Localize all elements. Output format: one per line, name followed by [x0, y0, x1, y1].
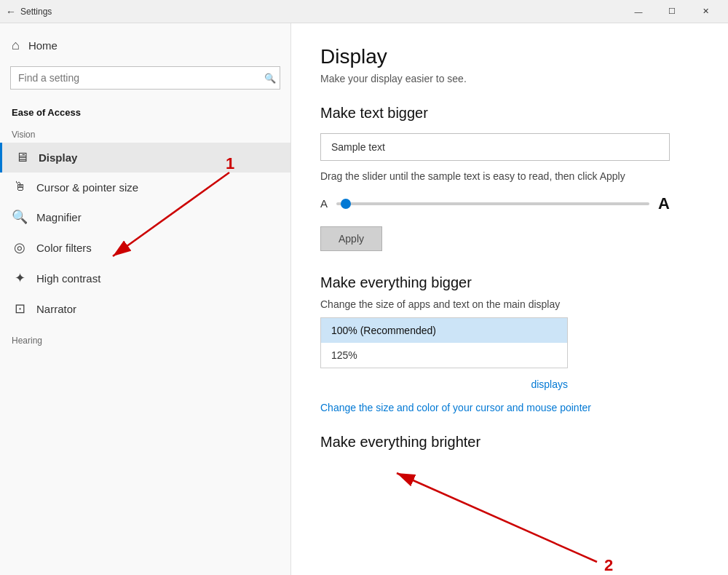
titlebar: ← Settings — ☐ ✕ — [0, 0, 728, 23]
sidebar-item-narrator[interactable]: ⊡ Narrator — [0, 293, 290, 324]
sidebar-color-filters-label: Color filters — [36, 242, 92, 254]
sidebar-item-display[interactable]: 🖥 Display — [0, 143, 290, 172]
change-desc: Change the size of apps and text on the … — [320, 298, 699, 310]
ease-of-access-label: Ease of Access — [0, 100, 290, 122]
close-button[interactable]: ✕ — [689, 0, 722, 23]
page-subtitle: Make your display easier to see. — [320, 73, 699, 84]
sidebar-item-color-filters[interactable]: ◎ Color filters — [0, 232, 290, 263]
sidebar-item-home[interactable]: ⌂ Home — [0, 31, 290, 60]
make-everything-bigger-heading: Make everything bigger — [320, 274, 699, 291]
hearing-label: Hearing — [0, 324, 290, 349]
search-box: 🔍 — [10, 66, 280, 90]
home-icon: ⌂ — [12, 38, 20, 53]
slider-max-label: A — [658, 194, 670, 213]
cursor-size-link[interactable]: Change the size and color of your cursor… — [320, 402, 677, 413]
titlebar-title: Settings — [20, 7, 622, 17]
restore-button[interactable]: ☐ — [655, 0, 689, 23]
slider-min-label: A — [320, 197, 328, 210]
titlebar-controls: — ☐ ✕ — [622, 0, 722, 23]
search-icon[interactable]: 🔍 — [264, 73, 276, 84]
slider-thumb[interactable] — [341, 199, 351, 209]
sidebar-item-cursor[interactable]: 🖱 Cursor & pointer size — [0, 172, 290, 202]
size-option-100[interactable]: 100% (Recommended) — [321, 318, 567, 343]
sidebar-high-contrast-label: High contrast — [36, 272, 100, 285]
sidebar: ⌂ Home 🔍 Ease of Access Vision 🖥 Display… — [0, 23, 291, 575]
sidebar-narrator-label: Narrator — [36, 303, 76, 315]
sidebar-cursor-label: Cursor & pointer size — [36, 181, 138, 194]
apply-button[interactable]: Apply — [320, 226, 382, 251]
text-size-slider-row: A A — [320, 194, 670, 213]
text-size-slider[interactable] — [336, 202, 649, 205]
vision-label: Vision — [0, 122, 290, 143]
size-option-125[interactable]: 125% — [321, 343, 567, 368]
search-input[interactable] — [10, 66, 280, 90]
displays-link[interactable]: displays — [320, 378, 568, 390]
size-dropdown[interactable]: 100% (Recommended) 125% — [320, 317, 568, 368]
narrator-icon: ⊡ — [12, 301, 28, 317]
sidebar-magnifier-label: Magnifier — [36, 211, 82, 223]
page-title: Display — [320, 45, 699, 68]
color-filters-icon: ◎ — [12, 239, 28, 255]
make-everything-brighter-heading: Make everything brighter — [320, 434, 699, 451]
sample-text-box: Sample text — [320, 133, 670, 161]
content-area: Display Make your display easier to see.… — [291, 23, 728, 575]
minimize-button[interactable]: — — [622, 0, 655, 23]
sidebar-item-high-contrast[interactable]: ✦ High contrast — [0, 263, 290, 293]
sidebar-display-label: Display — [39, 151, 77, 164]
sidebar-home-label: Home — [28, 39, 58, 52]
display-icon: 🖥 — [14, 150, 30, 165]
cursor-icon: 🖱 — [12, 180, 28, 194]
magnifier-icon: 🔍 — [12, 209, 28, 225]
high-contrast-icon: ✦ — [12, 270, 28, 286]
make-text-bigger-heading: Make text bigger — [320, 105, 699, 122]
back-icon[interactable]: ← — [6, 6, 16, 17]
drag-instruction: Drag the slider until the sample text is… — [320, 170, 670, 184]
sidebar-item-magnifier[interactable]: 🔍 Magnifier — [0, 202, 290, 232]
